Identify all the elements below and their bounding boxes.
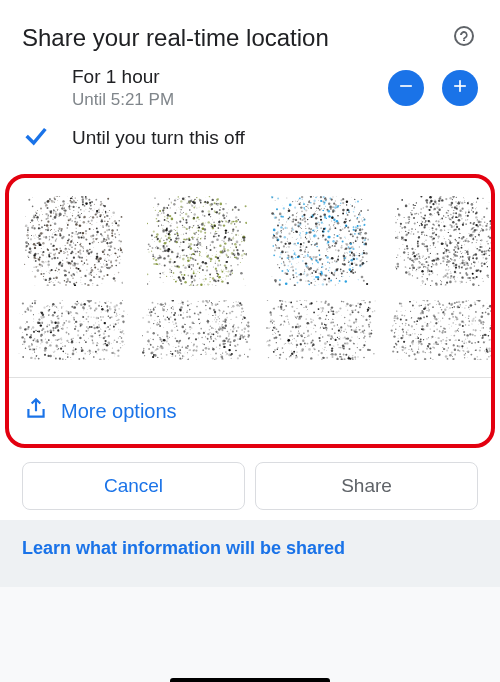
svg-point-988 [25,348,26,349]
svg-point-4050 [439,206,440,207]
svg-point-3194 [295,356,298,359]
contact-item[interactable] [385,188,495,364]
svg-point-2964 [308,252,309,253]
svg-point-1679 [212,226,214,228]
svg-point-3301 [283,325,284,326]
svg-point-3356 [322,310,323,311]
more-options-button[interactable]: More options [9,378,491,444]
svg-point-1818 [164,219,166,221]
increase-button[interactable] [442,70,478,106]
svg-point-2350 [246,325,247,326]
svg-point-722 [81,213,82,214]
svg-point-1007 [98,318,99,319]
svg-point-2429 [334,245,336,247]
svg-point-930 [47,331,49,333]
svg-point-2579 [296,276,298,278]
svg-point-4052 [475,247,476,248]
svg-point-3714 [450,273,451,274]
svg-point-2014 [219,318,220,319]
svg-point-2375 [247,356,249,358]
svg-point-1117 [32,303,33,304]
svg-point-1810 [171,202,172,203]
help-icon [452,24,476,52]
svg-point-1295 [190,198,191,199]
svg-point-3557 [354,331,356,333]
svg-point-3156 [332,356,334,358]
svg-point-357 [35,212,36,213]
svg-point-4512 [442,351,443,352]
svg-point-1151 [111,316,113,318]
svg-point-2186 [206,301,207,302]
contacts-row[interactable] [9,178,491,378]
svg-point-729 [115,237,116,238]
svg-point-1681 [192,227,193,228]
svg-point-252 [81,282,82,283]
cancel-button[interactable]: Cancel [22,462,245,510]
contact-item[interactable] [261,188,381,364]
svg-point-3164 [373,353,374,354]
svg-point-3872 [464,262,466,264]
contact-item[interactable] [13,188,133,364]
svg-point-727 [85,196,87,198]
svg-point-786 [108,329,109,330]
learn-more-link[interactable]: Learn what information will be shared [22,538,478,559]
svg-point-906 [122,321,124,323]
svg-point-4094 [405,271,407,273]
svg-point-3710 [424,264,425,265]
svg-point-2707 [288,246,289,247]
svg-point-4265 [459,210,461,212]
contact-name-redacted [390,300,495,364]
svg-point-4481 [492,321,494,323]
svg-point-1008 [117,350,118,351]
svg-point-4654 [463,351,464,352]
svg-point-1004 [36,355,37,356]
svg-point-2923 [361,219,362,220]
svg-point-561 [72,278,73,279]
svg-point-1712 [195,255,196,256]
svg-point-4351 [412,305,414,307]
svg-point-1334 [245,253,247,255]
svg-point-673 [91,269,94,272]
svg-point-4045 [435,203,437,205]
svg-point-4759 [402,335,403,336]
svg-point-1761 [219,218,220,219]
svg-point-66 [51,281,52,282]
svg-point-555 [69,208,70,209]
svg-point-669 [28,243,29,244]
svg-point-3493 [333,338,334,339]
svg-point-4239 [401,231,402,232]
svg-point-4643 [471,342,473,344]
svg-point-4341 [394,315,396,317]
duration-option-row[interactable]: For 1 hour Until 5:21 PM [0,60,500,116]
svg-point-3289 [333,346,334,347]
svg-point-1891 [235,216,237,218]
turnoff-option-row[interactable]: Until you turn this off [0,116,500,160]
svg-point-2224 [159,321,161,323]
svg-point-1463 [216,280,217,281]
svg-point-1022 [114,353,115,354]
svg-point-2011 [150,309,152,311]
share-button[interactable]: Share [255,462,478,510]
svg-point-2175 [142,317,144,319]
svg-point-4531 [428,309,430,311]
svg-point-1577 [185,239,187,241]
svg-point-771 [86,330,88,332]
svg-point-3616 [455,281,457,283]
svg-point-2199 [234,345,236,347]
svg-point-4709 [458,331,459,332]
svg-point-3355 [339,353,341,355]
svg-point-338 [84,263,85,264]
svg-point-3771 [427,248,429,250]
svg-point-568 [102,251,105,254]
svg-point-1849 [201,210,203,212]
svg-point-587 [89,211,90,212]
svg-point-2912 [298,274,300,276]
decrease-button[interactable] [388,70,424,106]
help-button[interactable] [450,24,478,52]
svg-point-3431 [368,324,370,326]
svg-point-1414 [232,231,233,232]
svg-point-1959 [229,341,231,343]
contact-item[interactable] [137,188,257,364]
svg-point-3046 [359,253,360,254]
svg-point-91 [100,214,102,216]
